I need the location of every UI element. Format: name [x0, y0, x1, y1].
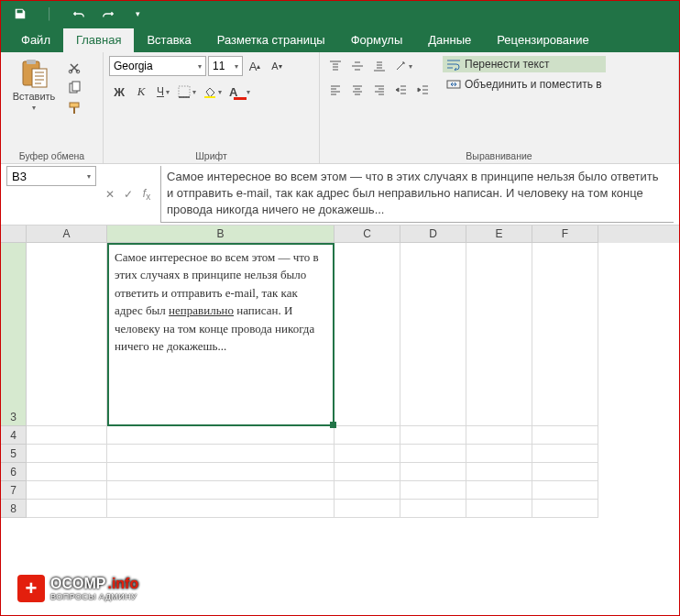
align-bottom-icon[interactable]	[369, 56, 389, 76]
svg-rect-8	[73, 107, 75, 114]
cell-a4[interactable]	[27, 426, 107, 445]
format-painter-icon[interactable]	[65, 100, 83, 116]
cell-b7[interactable]	[107, 481, 335, 500]
row-header-6[interactable]: 6	[1, 463, 27, 481]
increase-indent-icon[interactable]	[413, 80, 433, 100]
cell-d7[interactable]	[400, 481, 466, 500]
col-header-b[interactable]: B	[107, 226, 335, 243]
align-center-icon[interactable]	[347, 80, 367, 100]
tab-insert[interactable]: Вставка	[134, 28, 203, 52]
cell-e8[interactable]	[466, 500, 532, 518]
decrease-font-icon[interactable]: A▾	[267, 56, 287, 76]
tab-layout[interactable]: Разметка страницы	[204, 28, 338, 52]
copy-icon[interactable]	[65, 80, 83, 96]
font-color-icon[interactable]: А ▾	[226, 82, 253, 102]
customize-qat-icon[interactable]: ▾	[126, 4, 149, 24]
cell-e3[interactable]	[466, 243, 532, 426]
watermark-title-pre: OCOMP	[50, 576, 105, 592]
name-box[interactable]: B3 ▾	[6, 166, 96, 186]
cell-b4[interactable]	[107, 426, 335, 445]
decrease-indent-icon[interactable]	[391, 80, 411, 100]
col-header-a[interactable]: A	[27, 226, 107, 243]
redo-icon[interactable]	[96, 4, 120, 24]
align-left-icon[interactable]	[325, 80, 345, 100]
cell-c3[interactable]	[335, 243, 400, 426]
cell-f8[interactable]	[532, 500, 598, 518]
cell-e7[interactable]	[466, 481, 532, 500]
cell-e6[interactable]	[466, 463, 532, 481]
cell-e4[interactable]	[466, 426, 532, 445]
italic-button[interactable]: К	[131, 82, 151, 102]
cell-b5[interactable]	[107, 445, 335, 463]
group-alignment-label: Выравнивание	[325, 148, 673, 161]
paste-button[interactable]: Вставить ▾	[6, 56, 61, 148]
cell-c5[interactable]	[335, 445, 400, 463]
row-header-7[interactable]: 7	[1, 481, 27, 500]
cell-a8[interactable]	[27, 500, 107, 518]
cell-f5[interactable]	[532, 445, 598, 463]
cell-d3[interactable]	[400, 243, 466, 426]
cell-f4[interactable]	[532, 426, 598, 445]
cell-c6[interactable]	[335, 463, 400, 481]
cell-a5[interactable]	[27, 445, 107, 463]
qat-divider: │	[38, 4, 61, 24]
wrap-text-button[interactable]: Перенести текст	[443, 56, 606, 72]
tab-review[interactable]: Рецензирование	[484, 28, 601, 52]
cut-icon[interactable]	[65, 60, 83, 76]
font-size-value: 11	[213, 60, 225, 72]
cell-a7[interactable]	[27, 481, 107, 500]
select-all-corner[interactable]	[1, 226, 27, 243]
cell-f7[interactable]	[532, 481, 598, 500]
cell-d8[interactable]	[400, 500, 466, 518]
borders-icon[interactable]: ▾	[175, 82, 199, 102]
cell-d5[interactable]	[400, 445, 466, 463]
tab-data[interactable]: Данные	[415, 28, 484, 52]
cell-c8[interactable]	[335, 500, 400, 518]
formula-bar[interactable]: Самое интересное во всем этом — что в эт…	[160, 166, 674, 223]
cell-f3[interactable]	[532, 243, 598, 426]
col-header-f[interactable]: F	[532, 226, 598, 243]
wrap-text-label: Перенести текст	[465, 58, 549, 71]
font-name-select[interactable]: Georgia ▾	[109, 56, 206, 76]
fx-icon[interactable]: fx	[138, 187, 155, 202]
fill-color-icon[interactable]: ▾	[201, 82, 225, 102]
bold-button[interactable]: Ж	[109, 82, 129, 102]
accept-formula-icon[interactable]: ✓	[120, 188, 137, 201]
tab-formulas[interactable]: Формулы	[338, 28, 416, 52]
increase-font-icon[interactable]: A▴	[245, 56, 265, 76]
row-header-4[interactable]: 4	[1, 426, 27, 445]
row-header-5[interactable]: 5	[1, 445, 27, 463]
font-size-select[interactable]: 11 ▾	[208, 56, 243, 76]
underline-button[interactable]: Ч▾	[153, 82, 173, 102]
cell-a3[interactable]	[27, 243, 107, 426]
group-clipboard: Вставить ▾ Буфер обмена	[1, 52, 104, 163]
cell-a6[interactable]	[27, 463, 107, 481]
cell-e5[interactable]	[466, 445, 532, 463]
col-header-d[interactable]: D	[400, 226, 466, 243]
cell-d6[interactable]	[400, 463, 466, 481]
orientation-icon[interactable]: ▾	[391, 56, 415, 76]
col-header-c[interactable]: C	[335, 226, 400, 243]
font-name-value: Georgia	[114, 60, 153, 72]
merge-center-button[interactable]: Объединить и поместить в	[443, 76, 606, 93]
cell-f6[interactable]	[532, 463, 598, 481]
cell-b6[interactable]	[107, 463, 335, 481]
save-icon[interactable]	[8, 4, 32, 24]
cell-b3[interactable]: Самое интересное во всем этом — что в эт…	[107, 243, 335, 426]
cell-c7[interactable]	[335, 481, 400, 500]
align-middle-icon[interactable]	[347, 56, 367, 76]
tab-home[interactable]: Главная	[63, 28, 134, 52]
cell-c4[interactable]	[335, 426, 400, 445]
row-header-8[interactable]: 8	[1, 500, 27, 518]
fill-handle[interactable]	[330, 422, 336, 428]
undo-icon[interactable]	[67, 4, 91, 24]
row-header-3[interactable]: 3	[1, 243, 27, 426]
cancel-formula-icon[interactable]: ✕	[102, 188, 118, 201]
cell-d4[interactable]	[400, 426, 466, 445]
col-header-e[interactable]: E	[466, 226, 532, 243]
cell-b3-text-underlined: неправильно	[169, 303, 234, 317]
cell-b8[interactable]	[107, 500, 335, 518]
align-right-icon[interactable]	[369, 80, 389, 100]
tab-file[interactable]: Файл	[8, 28, 63, 52]
align-top-icon[interactable]	[325, 56, 345, 76]
